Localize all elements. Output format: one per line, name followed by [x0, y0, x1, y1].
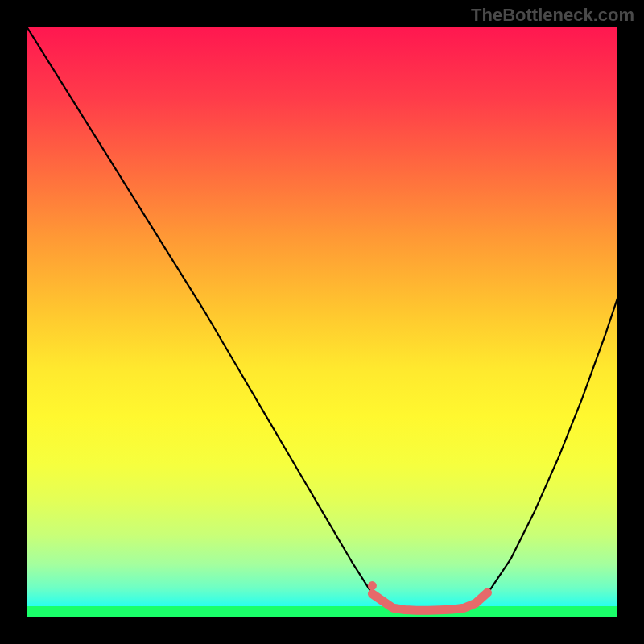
chart-plot-area [27, 27, 617, 617]
bottleneck-curve [27, 27, 617, 610]
chart-svg [27, 27, 617, 617]
svg-point-0 [368, 581, 377, 590]
watermark-text: TheBottleneck.com [471, 5, 634, 26]
rollover-markers [368, 581, 488, 610]
